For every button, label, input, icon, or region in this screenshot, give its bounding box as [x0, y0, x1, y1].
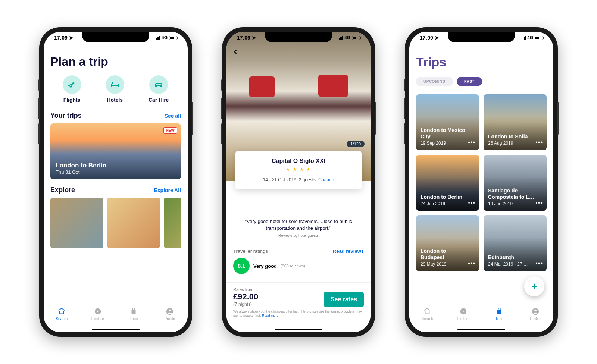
more-icon[interactable]: ••• — [468, 139, 475, 146]
trip-title: London to Mexico City — [421, 127, 468, 140]
compass-icon — [94, 307, 102, 316]
battery-icon — [535, 36, 543, 40]
status-bar: 17:09 ➤ 4G — [226, 35, 371, 41]
svg-point-3 — [169, 310, 171, 312]
tab-profile[interactable]: Profile — [159, 307, 181, 321]
category-label: Car Hire — [149, 97, 169, 103]
phone-mockup-3: 17:09 ➤ 4G Trips UPCOMING PAST London to… — [405, 27, 558, 337]
trip-tile[interactable]: London to Mexico City19 Sep 2019 ••• — [416, 94, 479, 150]
tab-trips[interactable]: Trips — [122, 307, 145, 321]
hotel-hero-image[interactable]: 1/129 Capital O Siglo XXI ★ ★ ★ ★ 14 - 2… — [226, 32, 371, 181]
tab-bar: Search Explore Trips Profile — [44, 304, 188, 332]
phone-mockup-2: 17:09 ➤ 4G 1/129 Capital O Siglo XXI ★ ★… — [222, 27, 375, 337]
trip-tile[interactable]: London to Berlin24 Jun 2019 ••• — [416, 155, 479, 211]
explore-tile[interactable] — [164, 198, 181, 248]
location-arrow-icon: ➤ — [69, 35, 74, 41]
trip-date: Thu 31 Oct — [56, 169, 106, 175]
trip-tile[interactable]: Edinburgh24 Mar 2019 - 27 … ••• — [484, 215, 547, 271]
status-bar: 17:09 ➤ 4G — [409, 35, 553, 41]
category-carhire[interactable]: Car Hire — [149, 75, 169, 103]
tab-label: Profile — [530, 317, 541, 321]
tab-label: Search — [56, 317, 68, 321]
tab-upcoming[interactable]: UPCOMING — [416, 77, 453, 86]
category-hotels[interactable]: Hotels — [106, 75, 124, 103]
svg-point-7 — [534, 310, 537, 312]
more-icon[interactable]: ••• — [535, 200, 543, 206]
rating-count: (869 reviews) — [281, 264, 305, 268]
tab-explore[interactable]: Explore — [452, 307, 475, 321]
hotel-info-card: Capital O Siglo XXI ★ ★ ★ ★ 14 - 21 Oct … — [235, 151, 362, 189]
tab-explore[interactable]: Explore — [87, 307, 109, 321]
location-arrow-icon: ➤ — [252, 35, 256, 41]
more-icon[interactable]: ••• — [535, 260, 543, 267]
compass-icon — [459, 307, 468, 316]
network-label: 4G — [344, 35, 350, 40]
network-label: 4G — [162, 35, 168, 40]
category-label: Flights — [63, 97, 81, 103]
tab-search[interactable]: Search — [416, 307, 438, 321]
trip-tile[interactable]: London to Sofia26 Aug 2019 ••• — [484, 94, 547, 150]
home-indicator[interactable] — [457, 329, 505, 330]
trip-date: 29 May 2019 — [421, 261, 468, 267]
plus-icon: + — [531, 280, 537, 292]
tab-bar: Search Explore Trips Profile — [409, 304, 553, 332]
trip-date: 19 Sep 2019 — [421, 141, 468, 146]
add-trip-fab[interactable]: + — [524, 276, 544, 296]
rates-from-label: Rates from — [233, 287, 364, 292]
your-trips-heading: Your trips — [50, 112, 82, 120]
tab-trips[interactable]: Trips — [488, 307, 510, 321]
battery-icon — [169, 36, 177, 40]
trip-title: London to Sofia — [488, 134, 535, 140]
home-indicator[interactable] — [275, 329, 322, 330]
trip-title: London to Berlin — [56, 162, 106, 169]
explore-tile[interactable] — [50, 198, 103, 248]
profile-icon — [166, 307, 174, 316]
network-label: 4G — [527, 35, 533, 40]
tab-search[interactable]: Search — [50, 307, 73, 321]
trip-card[interactable]: NEW London to Berlin Thu 31 Oct — [50, 123, 181, 179]
trip-tile[interactable]: London to Budapest29 May 2019 ••• — [416, 215, 479, 271]
page-title: Trips — [416, 55, 547, 69]
phone-mockup-1: 17:09 ➤ 4G Plan a trip Flights — [39, 27, 192, 337]
home-indicator[interactable] — [92, 329, 140, 330]
more-icon[interactable]: ••• — [535, 139, 543, 146]
more-icon[interactable]: ••• — [468, 260, 475, 267]
status-bar: 17:09 ➤ 4G — [44, 35, 188, 41]
new-badge: NEW — [163, 127, 177, 134]
luggage-icon — [129, 307, 138, 316]
read-more-link[interactable]: Read more — [262, 314, 279, 317]
hotel-name: Capital O Siglo XXI — [241, 158, 356, 164]
trip-title: Edinburgh — [488, 254, 535, 261]
trip-tile[interactable]: Santiago de Compostela to L…19 Jun 2019 … — [484, 155, 547, 211]
category-label: Hotels — [107, 97, 123, 103]
status-time: 17:09 — [420, 35, 433, 41]
trip-date: 19 Jun 2019 — [488, 201, 535, 206]
back-button[interactable] — [232, 48, 239, 56]
read-reviews-link[interactable]: Read reviews — [333, 248, 364, 254]
profile-icon — [531, 307, 540, 316]
booking-dates: 14 - 21 Oct 2019, 2 guests — [263, 177, 316, 182]
car-icon — [149, 75, 168, 94]
status-time: 17:09 — [237, 35, 250, 41]
star-rating-icon: ★ ★ ★ ★ — [241, 167, 356, 172]
trip-title: Santiago de Compostela to L… — [488, 188, 535, 200]
more-icon[interactable]: ••• — [468, 200, 475, 206]
explore-all-link[interactable]: Explore All — [154, 187, 181, 193]
see-all-link[interactable]: See all — [165, 113, 181, 119]
price: £92.00 — [233, 292, 258, 302]
tab-label: Explore — [91, 317, 104, 321]
tab-past[interactable]: PAST — [457, 77, 482, 86]
trip-title: London to Berlin — [421, 194, 468, 200]
tab-profile[interactable]: Profile — [524, 307, 547, 321]
tab-label: Profile — [165, 317, 175, 321]
luggage-icon — [495, 307, 503, 316]
plane-icon — [63, 75, 81, 94]
change-link[interactable]: Change — [318, 177, 334, 182]
see-rates-button[interactable]: See rates — [324, 292, 364, 307]
search-tab-icon — [57, 307, 66, 316]
explore-tile[interactable] — [107, 198, 160, 248]
tab-label: Trips — [129, 317, 138, 321]
category-flights[interactable]: Flights — [63, 75, 81, 103]
svg-rect-5 — [497, 310, 501, 314]
trip-date: 24 Mar 2019 - 27 … — [488, 261, 535, 267]
